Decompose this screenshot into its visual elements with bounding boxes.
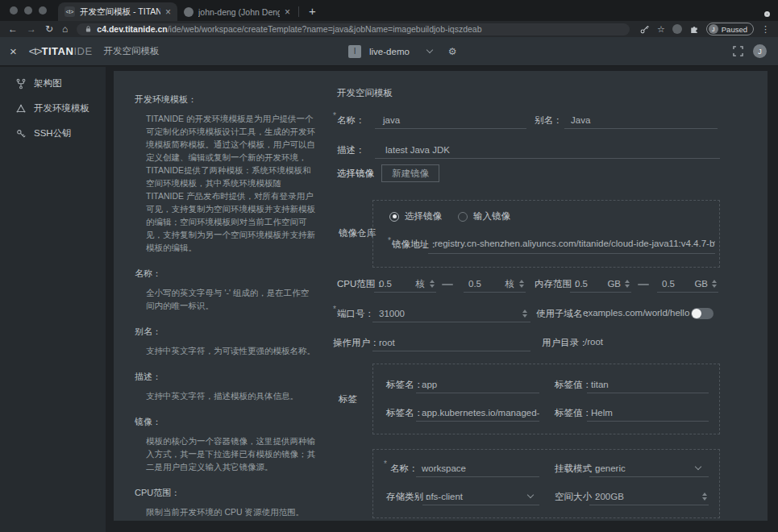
github-favicon-icon bbox=[184, 7, 193, 17]
alias-input[interactable]: Java bbox=[564, 111, 718, 129]
chevron-down-icon[interactable] bbox=[527, 492, 534, 498]
storage-size-input[interactable]: 200GB bbox=[589, 488, 709, 505]
help-desc: TITANIDE 的开发环境模板是为用户提供一个可定制化的环境模板设计工具，生成… bbox=[146, 112, 317, 254]
storage-class-select[interactable]: nfs-client bbox=[422, 488, 539, 505]
tab-workspace-template[interactable]: <t> 开发空间模板 - TITANIDE × bbox=[58, 2, 177, 21]
tab-separator bbox=[298, 6, 299, 17]
labels-group: 标签名： app 标签值： titan 标签名： app.kubernetes.… bbox=[372, 364, 720, 434]
required-mark: * bbox=[384, 460, 387, 468]
extension-avatar-icon[interactable] bbox=[672, 24, 682, 34]
reload-button[interactable]: ↻ bbox=[45, 24, 53, 34]
template-form: 开发空间模板 * 名称： java 别名： Java 描述： bbox=[327, 71, 768, 521]
select-image-button[interactable]: 选择镜像 bbox=[337, 168, 374, 180]
tab-github[interactable]: john-deng (John Deng) - GitHu × bbox=[177, 2, 297, 21]
memory-min-unit: GB bbox=[607, 279, 621, 289]
traffic-light-minimize-icon[interactable] bbox=[24, 6, 32, 15]
logo-mark-icon: <t> bbox=[29, 45, 42, 57]
storage-row: 存储类别： nfs-client 空间大小： 200GB bbox=[373, 488, 719, 505]
required-mark: * bbox=[333, 305, 336, 314]
workspace-selector[interactable]: l live-demo ⚙ bbox=[348, 45, 457, 58]
tab-close-icon[interactable]: × bbox=[285, 7, 290, 17]
titanide-favicon-icon: <t> bbox=[64, 6, 75, 17]
label-name-input[interactable]: app bbox=[416, 376, 539, 393]
sidebar-item-ssh-keys[interactable]: SSH公钥 bbox=[0, 121, 106, 146]
label-row: 标签名： app 标签值： titan bbox=[373, 376, 719, 393]
new-tab-button[interactable]: + bbox=[309, 5, 316, 17]
help-desc: 支持中英文字符，描述模板的具体信息。 bbox=[146, 389, 317, 402]
url-text: c4.dev.titanide.cn/ide/web/workspace/cre… bbox=[97, 24, 481, 34]
home-button[interactable]: ⌂ bbox=[62, 24, 68, 34]
key-icon bbox=[15, 128, 27, 139]
stepper[interactable] bbox=[702, 493, 707, 501]
chevron-down-icon[interactable] bbox=[695, 463, 701, 470]
traffic-light-maximize-icon[interactable] bbox=[39, 6, 47, 15]
workspace-name: live-demo bbox=[369, 47, 410, 56]
cpu-min-input[interactable]: 0.5 核 bbox=[374, 276, 436, 293]
kebab-menu-icon[interactable]: ⋮ bbox=[761, 25, 770, 34]
memory-max-input[interactable]: 0.5 GB bbox=[657, 276, 718, 293]
required-mark: * bbox=[333, 112, 336, 120]
help-term: CPU范围： bbox=[135, 487, 317, 499]
tab-close-icon[interactable]: × bbox=[165, 7, 171, 17]
volume-name-input[interactable]: workspace bbox=[416, 459, 539, 477]
stepper[interactable] bbox=[625, 280, 630, 288]
url-path: /ide/web/workspace/createTemplate?name=j… bbox=[168, 24, 482, 34]
close-icon[interactable]: × bbox=[10, 45, 17, 57]
name-input[interactable]: java bbox=[375, 111, 526, 129]
image-address-select[interactable]: registry.cn-shenzhen.aliyuncs.com/titani… bbox=[428, 233, 715, 254]
memory-min-input[interactable]: 0.5 GB bbox=[570, 276, 631, 293]
description-input[interactable]: latest Java JDK bbox=[375, 141, 720, 159]
help-desc: 支持中英文字符，为可读性更强的模板名称。 bbox=[146, 344, 317, 357]
user-dir-value: /root bbox=[585, 337, 603, 347]
forward-button[interactable]: → bbox=[27, 24, 36, 34]
bookmark-star-icon[interactable]: ☆ bbox=[657, 25, 665, 34]
sidebar-item-label: 开发环境模板 bbox=[34, 102, 89, 114]
sidebar-item-dev-env-templates[interactable]: 开发环境模板 bbox=[0, 96, 106, 121]
tabstrip-profile-icon[interactable] bbox=[764, 11, 770, 17]
mount-mode-select[interactable]: generic bbox=[589, 459, 709, 477]
label-name-input[interactable]: app.kubernetes.io/managed-by bbox=[416, 404, 539, 422]
page-title: 开发空间模板 bbox=[104, 45, 160, 57]
radio-select-image[interactable] bbox=[389, 212, 399, 222]
port-input[interactable]: 31000 bbox=[372, 305, 530, 322]
range-dash bbox=[638, 284, 649, 285]
gear-icon[interactable]: ⚙ bbox=[448, 47, 457, 56]
cpu-max-input[interactable]: 0.5 核 bbox=[464, 276, 526, 293]
stepper[interactable] bbox=[430, 280, 435, 288]
profile-chip[interactable]: J Paused bbox=[706, 23, 754, 35]
op-user-input[interactable]: root bbox=[372, 334, 530, 351]
fullscreen-icon[interactable] bbox=[733, 46, 743, 56]
browser-window: <t> 开发空间模板 - TITANIDE × john-deng (John … bbox=[0, 0, 778, 532]
radio-input-image[interactable] bbox=[458, 212, 468, 222]
user-avatar[interactable]: J bbox=[753, 44, 767, 58]
storage-row: * 名称： workspace 挂载模式： generic bbox=[373, 459, 719, 477]
help-desc: 全小写的英文字母与 '-' 组成的，是在工作空间内的唯一标识。 bbox=[146, 286, 317, 312]
subdomain-toggle[interactable] bbox=[691, 308, 714, 319]
back-button[interactable]: ← bbox=[8, 24, 18, 34]
traffic-lights bbox=[0, 0, 58, 21]
lock-icon bbox=[85, 25, 92, 33]
profile-avatar: J bbox=[709, 24, 718, 34]
label-value-input[interactable]: titan bbox=[587, 376, 709, 393]
subdomain-value: examples.com/world/hello bbox=[583, 308, 689, 318]
browser-toolbar: ← → ↻ ⌂ c4.dev.titanide.cn/ide/web/works… bbox=[0, 21, 778, 37]
stepper[interactable] bbox=[522, 310, 527, 318]
chevron-down-icon[interactable] bbox=[426, 47, 433, 53]
label-value-input[interactable]: Helm bbox=[587, 404, 709, 422]
url-domain: c4.dev.titanide.cn bbox=[97, 24, 167, 34]
traffic-light-close-icon[interactable] bbox=[10, 6, 18, 15]
password-key-icon[interactable] bbox=[639, 24, 650, 35]
app-logo: <t>TITANIDE bbox=[29, 45, 93, 57]
new-image-button[interactable]: 新建镜像 bbox=[381, 164, 439, 182]
stepper[interactable] bbox=[519, 280, 524, 288]
omnibox[interactable]: c4.dev.titanide.cn/ide/web/workspace/cre… bbox=[77, 23, 630, 35]
extensions-puzzle-icon[interactable] bbox=[689, 24, 699, 34]
help-term: 开发环境模板： bbox=[135, 94, 317, 106]
required-mark: * bbox=[388, 237, 391, 245]
app-header: × <t>TITANIDE 开发空间模板 l live-demo ⚙ J bbox=[0, 37, 778, 66]
tab-title: 开发空间模板 - TITANIDE bbox=[80, 6, 160, 18]
help-term: 镜像： bbox=[135, 416, 317, 428]
sidebar-item-architecture[interactable]: 架构图 bbox=[0, 71, 106, 96]
radio-select-image-label: 选择镜像 bbox=[405, 210, 442, 222]
stepper[interactable] bbox=[712, 280, 717, 288]
